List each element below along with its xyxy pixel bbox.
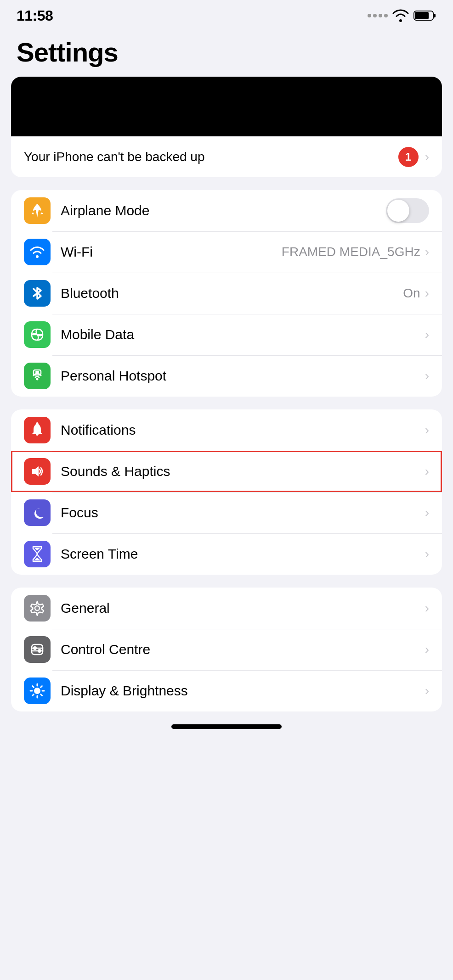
- control-centre-row[interactable]: Control Centre ›: [11, 629, 442, 670]
- focus-icon: [24, 499, 51, 526]
- badge-chevron-group: 1 ›: [398, 147, 429, 167]
- notifications-row[interactable]: Notifications ›: [11, 409, 442, 451]
- bluetooth-row[interactable]: Bluetooth On ›: [11, 273, 442, 314]
- focus-chevron: ›: [425, 505, 429, 520]
- display-brightness-label: Display & Brightness: [61, 683, 425, 699]
- bell-svg: [30, 422, 44, 438]
- personal-hotspot-chevron: ›: [425, 369, 429, 383]
- home-indicator: [171, 724, 282, 729]
- battery-status-icon: [413, 10, 436, 22]
- personal-hotspot-label: Personal Hotspot: [61, 368, 425, 384]
- wifi-chevron: ›: [425, 245, 429, 259]
- hourglass-svg: [31, 546, 43, 562]
- wifi-row[interactable]: Wi-Fi FRAMED MEDIA_5GHz ›: [11, 231, 442, 273]
- svg-point-6: [36, 422, 39, 425]
- svg-point-4: [36, 378, 39, 381]
- bluetooth-icon: [24, 280, 51, 307]
- sounds-haptics-label: Sounds & Haptics: [61, 464, 425, 479]
- airplane-mode-row[interactable]: Airplane Mode: [11, 190, 442, 231]
- mobile-data-row[interactable]: Mobile Data ›: [11, 314, 442, 355]
- bluetooth-svg: [32, 285, 43, 302]
- mobile-data-icon: [24, 321, 51, 348]
- hotspot-svg: [29, 368, 45, 384]
- notifications-icon: [24, 417, 51, 443]
- svg-point-15: [34, 688, 40, 694]
- control-centre-chevron: ›: [425, 642, 429, 657]
- notifications-label: Notifications: [61, 422, 425, 438]
- bluetooth-value: On: [403, 286, 420, 301]
- display-brightness-row[interactable]: Display & Brightness ›: [11, 670, 442, 711]
- system-group-2: General › Control Centre ›: [11, 588, 442, 711]
- backup-warning-row[interactable]: Your iPhone can't be backed up 1 ›: [11, 136, 442, 177]
- display-brightness-icon: [24, 678, 51, 704]
- backup-warning-text: Your iPhone can't be backed up: [24, 150, 205, 164]
- personal-hotspot-icon: [24, 363, 51, 389]
- airplane-svg: [29, 203, 45, 218]
- general-icon: [24, 595, 51, 622]
- mobile-data-svg: [29, 327, 45, 342]
- moon-svg: [31, 505, 44, 520]
- svg-rect-1: [433, 14, 436, 17]
- status-icons: [368, 9, 436, 22]
- mobile-data-chevron: ›: [425, 327, 429, 342]
- general-label: General: [61, 600, 425, 616]
- sounds-haptics-icon: [24, 458, 51, 485]
- general-chevron: ›: [425, 601, 429, 616]
- mobile-data-label: Mobile Data: [61, 327, 425, 342]
- status-bar: 11:58: [0, 0, 453, 28]
- bluetooth-label: Bluetooth: [61, 286, 403, 301]
- sliders-svg: [29, 642, 45, 657]
- svg-line-20: [33, 686, 34, 688]
- wifi-icon: [24, 239, 51, 265]
- wifi-status-icon: [392, 9, 409, 22]
- focus-row[interactable]: Focus ›: [11, 492, 442, 533]
- control-centre-label: Control Centre: [61, 642, 425, 657]
- personal-hotspot-row[interactable]: Personal Hotspot ›: [11, 355, 442, 397]
- brightness-svg: [29, 683, 45, 699]
- wifi-label: Wi-Fi: [61, 244, 282, 260]
- backup-badge: 1: [398, 147, 419, 167]
- system-group-1: Notifications › Sounds & Haptics › Focus…: [11, 409, 442, 575]
- svg-rect-8: [32, 644, 43, 655]
- screen-time-label: Screen Time: [61, 546, 425, 562]
- status-time: 11:58: [17, 7, 53, 24]
- screen-time-chevron: ›: [425, 547, 429, 561]
- signal-icon: [368, 14, 388, 17]
- notifications-chevron: ›: [425, 423, 429, 437]
- wifi-svg: [29, 246, 45, 258]
- gear-svg: [29, 600, 45, 616]
- display-brightness-chevron: ›: [425, 683, 429, 698]
- svg-line-23: [33, 694, 34, 696]
- speaker-svg: [29, 465, 45, 478]
- profile-card: Your iPhone can't be backed up 1 ›: [11, 77, 442, 177]
- airplane-mode-toggle[interactable]: [386, 198, 429, 223]
- focus-label: Focus: [61, 505, 425, 521]
- svg-point-7: [35, 606, 40, 610]
- svg-line-22: [41, 686, 42, 688]
- airplane-mode-label: Airplane Mode: [61, 203, 386, 218]
- bluetooth-chevron: ›: [425, 286, 429, 301]
- svg-rect-2: [415, 12, 429, 19]
- screen-time-icon: [24, 541, 51, 567]
- general-row[interactable]: General ›: [11, 588, 442, 629]
- sounds-haptics-row[interactable]: Sounds & Haptics ›: [11, 451, 442, 492]
- network-group: Airplane Mode Wi-Fi FRAMED MEDIA_5GHz › …: [11, 190, 442, 397]
- sounds-haptics-chevron: ›: [425, 464, 429, 479]
- svg-point-3: [36, 255, 39, 258]
- wifi-value: FRAMED MEDIA_5GHz: [282, 245, 420, 259]
- airplane-mode-icon: [24, 197, 51, 224]
- airplane-mode-toggle-knob: [387, 200, 409, 222]
- control-centre-icon: [24, 636, 51, 663]
- backup-chevron: ›: [425, 150, 429, 164]
- profile-image: [11, 77, 442, 136]
- page-title: Settings: [0, 28, 453, 77]
- svg-line-21: [41, 694, 42, 696]
- screen-time-row[interactable]: Screen Time ›: [11, 533, 442, 575]
